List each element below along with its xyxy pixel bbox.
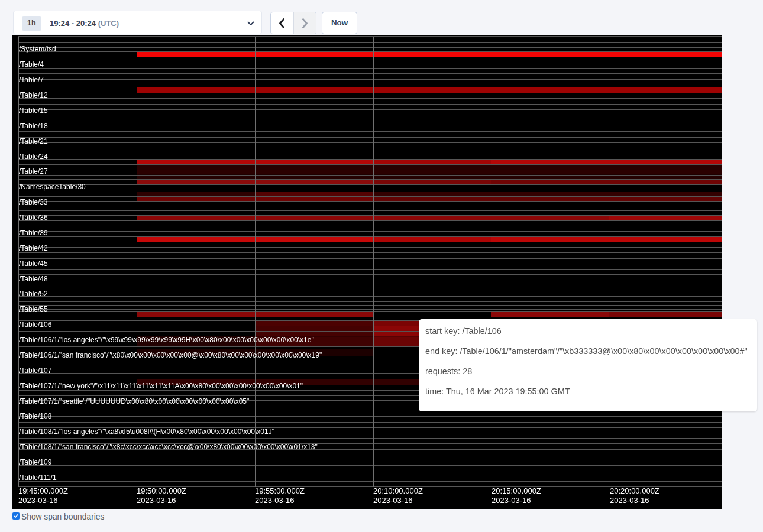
svg-text:/Table/108/1/"los angeles"/"\x: /Table/108/1/"los angeles"/"\xa8\xf5\u00… bbox=[19, 427, 274, 436]
svg-text:/Table/18: /Table/18 bbox=[19, 122, 48, 130]
svg-text:/Table/33: /Table/33 bbox=[19, 198, 48, 206]
svg-text:/Table/48: /Table/48 bbox=[19, 275, 48, 283]
svg-text:/Table/111/1: /Table/111/1 bbox=[19, 473, 57, 482]
svg-text:19:50:00.000Z: 19:50:00.000Z bbox=[137, 486, 186, 495]
svg-text:20:20:00.000Z: 20:20:00.000Z bbox=[610, 486, 659, 495]
svg-text:/System/tsd: /System/tsd bbox=[19, 45, 56, 53]
svg-text:/Table/52: /Table/52 bbox=[19, 290, 48, 298]
svg-text:/Table/109: /Table/109 bbox=[19, 458, 52, 466]
svg-text:2023-03-16: 2023-03-16 bbox=[373, 496, 413, 505]
svg-text:/Table/42: /Table/42 bbox=[19, 244, 48, 252]
svg-text:/Table/107/1/"seattle"/"UUUUUU: /Table/107/1/"seattle"/"UUUUUUD\x00\x80\… bbox=[19, 397, 249, 406]
svg-text:2023-03-16: 2023-03-16 bbox=[610, 496, 649, 505]
svg-text:/Table/24: /Table/24 bbox=[19, 153, 48, 161]
svg-text:2023-03-16: 2023-03-16 bbox=[492, 496, 531, 505]
svg-text:2023-03-16: 2023-03-16 bbox=[255, 496, 295, 505]
svg-text:19:55:00.000Z: 19:55:00.000Z bbox=[255, 486, 305, 495]
svg-text:/Table/55: /Table/55 bbox=[19, 305, 48, 313]
svg-text:2023-03-16: 2023-03-16 bbox=[18, 496, 58, 505]
svg-text:/Table/106/1/"san francisco"/": /Table/106/1/"san francisco"/"\x80\x00\x… bbox=[19, 351, 322, 359]
svg-text:/Table/45: /Table/45 bbox=[19, 259, 48, 268]
svg-text:/Table/36: /Table/36 bbox=[19, 213, 48, 222]
svg-text:/Table/15: /Table/15 bbox=[19, 106, 48, 115]
svg-text:/Table/106/1/"los angeles"/"\x: /Table/106/1/"los angeles"/"\x99\x99\x99… bbox=[19, 336, 314, 344]
svg-text:/Table/21: /Table/21 bbox=[19, 137, 48, 145]
svg-text:/NamespaceTable/30: /NamespaceTable/30 bbox=[19, 183, 86, 191]
svg-text:19:45:00.000Z: 19:45:00.000Z bbox=[18, 486, 68, 495]
svg-text:20:15:00.000Z: 20:15:00.000Z bbox=[492, 486, 541, 495]
svg-text:/Table/27: /Table/27 bbox=[19, 167, 48, 176]
svg-text:/Table/39: /Table/39 bbox=[19, 229, 48, 237]
svg-text:/Table/7: /Table/7 bbox=[19, 76, 44, 84]
svg-text:/Table/107: /Table/107 bbox=[19, 366, 52, 375]
svg-text:/Table/106: /Table/106 bbox=[19, 320, 52, 329]
svg-text:20:10:00.000Z: 20:10:00.000Z bbox=[373, 486, 423, 495]
svg-text:/Table/107/1/"new york"/"\x11\: /Table/107/1/"new york"/"\x11\x11\x11\x1… bbox=[19, 382, 303, 390]
svg-text:/Table/108/1/"san francisco"/": /Table/108/1/"san francisco"/"\x8c\xcc\x… bbox=[19, 443, 318, 451]
svg-text:2023-03-16: 2023-03-16 bbox=[137, 496, 176, 505]
svg-text:/Table/4: /Table/4 bbox=[19, 60, 44, 69]
svg-text:/Table/12: /Table/12 bbox=[19, 91, 48, 99]
svg-text:/Table/108: /Table/108 bbox=[19, 412, 52, 420]
